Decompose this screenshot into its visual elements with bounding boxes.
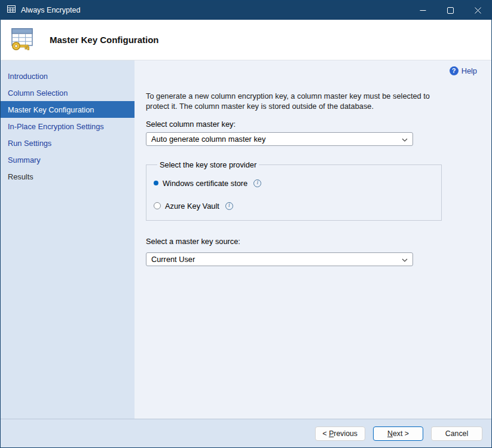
column-master-key-dropdown[interactable]: Auto generate column master key xyxy=(146,132,413,146)
column-master-key-value: Auto generate column master key xyxy=(151,135,265,144)
page-title: Master Key Configuration xyxy=(50,35,159,45)
close-button[interactable] xyxy=(464,1,491,20)
radio-unselected-icon[interactable] xyxy=(154,202,161,209)
sidebar-item-summary[interactable]: Summary xyxy=(1,151,135,168)
main-content: ? Help To generate a new column encrypti… xyxy=(135,60,491,419)
sidebar-item-introduction[interactable]: Introduction xyxy=(1,68,135,84)
chevron-down-icon xyxy=(402,255,408,264)
sidebar-item-master-key-configuration[interactable]: Master Key Configuration xyxy=(1,101,135,118)
radio-azure-key-vault-label: Azure Key Vault xyxy=(165,202,219,211)
info-icon[interactable]: i xyxy=(253,179,261,187)
help-question-icon: ? xyxy=(450,66,459,75)
page-description: To generate a new column encryption key,… xyxy=(146,91,454,112)
info-icon[interactable]: i xyxy=(225,202,233,210)
sidebar-item-run-settings[interactable]: Run Settings xyxy=(1,135,135,151)
wizard-steps-sidebar: Introduction Column Selection Master Key… xyxy=(1,60,135,419)
sidebar-item-column-selection[interactable]: Column Selection xyxy=(1,84,135,101)
master-key-source-label: Select a master key source: xyxy=(146,237,479,246)
wizard-body: Introduction Column Selection Master Key… xyxy=(1,60,491,419)
minimize-button[interactable] xyxy=(409,1,436,20)
previous-button[interactable]: < Previous xyxy=(315,426,365,441)
table-key-icon xyxy=(8,25,36,56)
radio-selected-icon[interactable] xyxy=(154,181,158,185)
key-store-provider-group: Select the key store provider Windows ce… xyxy=(146,160,442,221)
next-button[interactable]: Next > xyxy=(373,426,423,441)
radio-windows-certificate-store-label: Windows certificate store xyxy=(163,179,247,188)
column-master-key-label: Select column master key: xyxy=(146,120,479,129)
radio-azure-key-vault[interactable]: Azure Key Vault i xyxy=(154,202,434,211)
window-controls xyxy=(409,1,491,20)
help-link[interactable]: ? Help xyxy=(146,66,479,75)
chevron-down-icon xyxy=(402,135,408,144)
radio-windows-certificate-store[interactable]: Windows certificate store i xyxy=(154,179,434,188)
wizard-header: Master Key Configuration xyxy=(1,20,491,60)
master-key-source-value: Current User xyxy=(151,255,195,264)
master-key-source-dropdown[interactable]: Current User xyxy=(146,252,413,266)
cancel-button[interactable]: Cancel xyxy=(431,426,482,441)
window-title: Always Encrypted xyxy=(21,6,80,14)
key-store-provider-legend: Select the key store provider xyxy=(157,160,259,169)
wizard-footer: < Previous Next > Cancel xyxy=(1,419,491,447)
maximize-button[interactable] xyxy=(436,1,464,20)
sidebar-item-results: Results xyxy=(1,168,135,185)
help-label: Help xyxy=(462,66,477,75)
titlebar: Always Encrypted xyxy=(1,1,491,20)
wizard-window: Always Encrypted xyxy=(0,0,492,448)
app-icon xyxy=(7,4,16,16)
sidebar-item-in-place-encryption-settings[interactable]: In-Place Encryption Settings xyxy=(1,118,135,135)
